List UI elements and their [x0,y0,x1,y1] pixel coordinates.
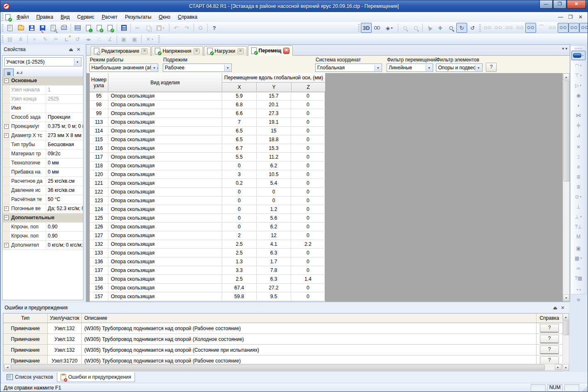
guide-support-icon[interactable]: ≣ [571,172,586,181]
add-node-icon[interactable]: ＋ [29,34,40,44]
filter-combobox[interactable]: Опоры и подвески▼ [436,64,483,72]
display-numbers-icon[interactable] [547,23,558,33]
paste-fragment-icon[interactable]: ▣ [129,34,140,44]
units-table-icon[interactable] [72,23,83,33]
toolbar-grip[interactable] [575,48,582,49]
menu-item-3[interactable]: Вид [57,13,74,21]
property-row[interactable]: Имя [2,104,83,113]
display-mode-2-icon[interactable] [493,23,504,33]
chevron-down-icon[interactable]: ▼ [375,64,381,71]
table-row[interactable]: 132Опора скользящая2.54.12.2 [90,240,325,249]
mdi-restore-button[interactable]: ❐ [568,14,573,20]
guide-support-2-icon[interactable]: ≣ [571,182,586,191]
close-panel-icon[interactable]: ✕ [75,47,82,52]
property-row[interactable]: Способ задаПроекции [2,113,83,122]
view-cube-icon[interactable]: ◈▼ [382,23,397,33]
pan-icon[interactable]: ✛ [435,23,446,33]
valve-tool-icon[interactable]: ⋈ [571,110,586,120]
scheme-tree-icon[interactable]: ⋔ [15,34,26,44]
errors-column-header[interactable]: Описание [82,314,537,323]
redo-icon[interactable]: ↷ [181,23,192,33]
table-row[interactable]: 98Опора скользящая6.820.10 [90,100,325,109]
table-row[interactable]: 125Опора скользящая05.60 [90,214,325,223]
chevron-down-icon[interactable]: ▼ [74,58,81,66]
copy-fragment-icon[interactable]: ▣ [118,34,129,44]
support-tool-icon[interactable]: ⊥ [571,202,586,211]
error-help-button[interactable]: ? [540,335,559,343]
property-row[interactable]: +Диаметр X тс273 мм X 8 мм [2,131,83,140]
anchor-support-icon[interactable]: ⌶ [571,152,586,162]
resize-grip[interactable] [583,387,588,392]
help-icon[interactable]: ? [209,23,220,33]
results-vertical-scrollbar[interactable]: ▲ ▼ [563,73,570,301]
display-supports-icon[interactable] [504,23,514,33]
new-document-icon[interactable] [5,23,15,33]
gauge-tool-icon[interactable]: ◔▼ [571,285,586,294]
view-3d-icon[interactable]: 3D [361,23,372,33]
table-row[interactable]: 156Опора скользящая67.427.20 [90,284,325,292]
property-value[interactable]: 1 [46,86,83,94]
property-row[interactable]: Материал тр09г2с [2,149,83,159]
display-nodes-icon[interactable] [514,23,525,33]
scroll-left-icon[interactable]: ◄ [4,364,11,370]
column-header-kind[interactable]: Вид изделия [108,73,222,92]
property-row[interactable]: +Проекции/уг0.375 м; 0 м; 0 м [2,122,83,131]
open-file-icon[interactable] [15,23,26,33]
toolbar-grip[interactable] [158,35,160,43]
chevron-down-icon[interactable]: ▼ [151,64,157,71]
node-element-icon[interactable]: ⊙▼ [571,192,586,201]
errors-column-header[interactable]: Справка [537,314,562,323]
properties-icon[interactable]: ▤ [5,34,15,44]
free-rotate-icon[interactable]: ↺ [467,23,478,33]
angle-icon[interactable]: ∠ [105,34,115,44]
error-help-button[interactable]: ? [540,345,559,354]
property-row[interactable]: Давление ис36 кгс/кв.см [2,186,83,195]
rotate-object-icon[interactable]: ↺ [72,34,83,44]
property-value[interactable]: 273 мм X 8 мм [46,131,83,140]
edit-node-icon[interactable]: ✎ [40,34,51,44]
table-row[interactable]: 133Опора скользящая2.56.30 [90,249,325,257]
chevron-down-icon[interactable]: ▼ [426,64,432,71]
property-row[interactable]: +Погонные веДа; 52.3 кгс/м; 0 [2,204,83,213]
scroll-down-icon[interactable]: ▼ [563,364,569,371]
calculator-icon[interactable] [118,23,129,33]
property-value[interactable]: 0 кгс/м; 0 кгс/м; [46,241,83,250]
property-value[interactable]: 09г2с [46,149,83,158]
chevron-down-icon[interactable]: ▼ [475,64,482,71]
property-value[interactable]: 0 мм [46,168,83,176]
display-elements-icon[interactable] [525,23,536,33]
expand-icon[interactable]: + [4,133,9,138]
property-value[interactable]: 0.90 [46,223,83,231]
check-run-icon[interactable]: ✓ [105,23,115,33]
mirror-icon[interactable]: ◂▸ [83,34,94,44]
close-button[interactable]: ✕ [567,0,586,9]
maximize-button[interactable]: ❐ [553,0,566,9]
expand-icon[interactable]: + [4,206,9,211]
delete-element-icon[interactable]: ✕ [571,142,586,152]
table-row[interactable]: 123Опора скользящая000 [90,196,325,205]
scroll-right-icon[interactable]: ► [555,364,561,370]
toolbar-grip[interactable] [479,24,481,32]
bottom-tab-errors[interactable]: Ошибки и предупреждения [57,372,135,382]
tee-tool-icon[interactable]: ⊤▼ [571,71,586,80]
m-support-icon[interactable]: М [571,232,586,241]
bend-tool-icon[interactable]: ◠▼ [571,61,586,70]
filter-combobox[interactable]: Глобальная▼ [315,64,382,72]
filter-combobox[interactable]: Наибольшие значения (абс.)▼ [89,64,158,72]
rotate-view-icon[interactable]: ↻ [456,23,467,33]
toolbar-grip[interactable] [358,24,360,32]
property-value[interactable]: 0.90 [46,232,83,240]
property-value[interactable]: Бесшовная [46,140,83,149]
print-icon[interactable] [59,23,69,33]
table-row[interactable]: 115Опора скользящая6.518.80 [90,135,325,144]
scroll-down-icon[interactable]: ▼ [563,294,569,301]
object-selector-combobox[interactable]: Участок (1-2525) ▼ [4,57,81,66]
menu-item-7[interactable]: Окно [155,13,174,21]
property-row[interactable]: Кпрочн. поп0.90 [2,232,83,241]
expand-icon[interactable]: + [4,124,9,129]
save-as-icon[interactable] [37,23,48,33]
export-project-icon[interactable]: ↓ [83,23,94,33]
menu-item-8[interactable]: Справка [174,13,201,21]
collapse-icon[interactable]: − [4,216,9,220]
chevron-down-icon[interactable]: ▼ [224,64,231,71]
